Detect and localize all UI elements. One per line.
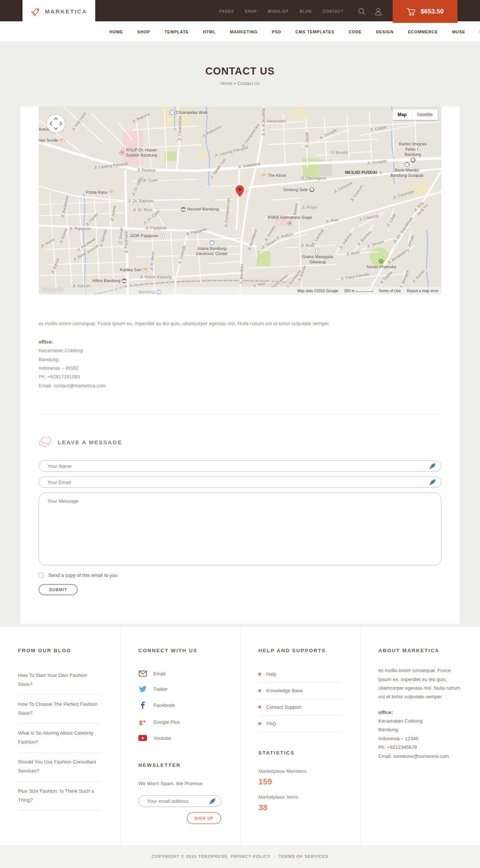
help-label: Help <box>266 671 276 677</box>
main-nav-marketing[interactable]: MARKETING <box>230 30 258 34</box>
signup-button[interactable]: SIGN UP <box>187 812 221 824</box>
pan-up-icon[interactable] <box>54 117 58 121</box>
hospital-icon: H <box>120 151 124 155</box>
about-office-block: office: Kecamatan CoblongBandung.Indones… <box>378 708 461 760</box>
name-input[interactable] <box>39 460 441 472</box>
food-icon: Ψ <box>143 268 148 273</box>
main-nav-cms-templates[interactable]: CMS TEMPLATES <box>296 30 334 34</box>
map-label: ▣Cihampelas Walk <box>170 110 208 115</box>
breadcrumb-separator: > <box>234 81 236 86</box>
newsletter-email-input[interactable] <box>138 795 221 807</box>
help-item-knowladge-base[interactable]: Knowladge Base <box>258 683 341 699</box>
blog-list-item: How To Choose The Perfect Fashion Store? <box>18 695 101 724</box>
food-icon: Ψ <box>261 173 266 178</box>
pan-left-icon[interactable] <box>50 121 54 125</box>
main-nav-ecommerce[interactable]: ECOMMERCE <box>408 30 438 34</box>
message-textarea[interactable] <box>39 493 441 565</box>
google-map[interactable]: AstonRaja SundaΨJl. Haji Yasin▣Cihampela… <box>39 106 441 294</box>
map-label: Jl. Nanas <box>411 269 426 284</box>
header-nav-pages[interactable]: PAGES <box>219 9 234 13</box>
youtube-icon <box>138 735 147 741</box>
privacy-policy-link[interactable]: PRIVACY POLICY <box>231 854 270 859</box>
map-label: Jl. Pajajaran <box>185 226 207 237</box>
map-label: ▬Novotel Bandung <box>181 207 219 212</box>
blog-list-item: Should You Use Fashion Consultant Servic… <box>18 753 101 781</box>
send-copy-checkbox[interactable] <box>39 573 44 578</box>
marketica-tag-icon <box>31 6 41 16</box>
main-nav-psd[interactable]: PSD <box>272 30 281 34</box>
terms-of-use-link[interactable]: Terms of Use <box>379 289 401 293</box>
map-label: Jl. Surapati <box>367 158 387 166</box>
map-label: Jl. Taman Sari <box>209 157 227 180</box>
map-label: Jl. Jamuju <box>405 235 415 253</box>
connect-item-youtube[interactable]: Youtube <box>138 731 221 746</box>
terms-of-services-link[interactable]: TERMS OF SERVICES <box>279 854 328 859</box>
help-item-contact-support[interactable]: Contact Support <box>258 699 341 716</box>
map-label: Jl. Sumatera <box>247 229 258 251</box>
main-nav-design[interactable]: DESIGN <box>376 30 394 34</box>
form-heading: LEAVE A MESSAGE <box>58 439 122 445</box>
dot-icon: ▪ <box>315 249 320 254</box>
submit-button[interactable]: SUBMIT <box>39 584 78 595</box>
satellite-view-button[interactable]: Satellite <box>411 109 438 120</box>
map-label: Kartika SariΨ <box>120 267 148 273</box>
search-icon[interactable] <box>358 1 366 22</box>
help-label: Knowladge Base <box>266 688 303 693</box>
blog-link[interactable]: Plus Size Fashion: Is There Such a Thing… <box>18 787 101 805</box>
map-view-button[interactable]: Map <box>393 109 411 120</box>
blog-link[interactable]: Should You Use Fashion Consultant Servic… <box>18 757 101 775</box>
main-nav-template[interactable]: TEMPLATE <box>165 30 189 34</box>
report-map-error-link[interactable]: Report a map error <box>407 289 438 293</box>
map-label: ▣Istana Bandung Electronic Center <box>196 241 228 257</box>
map-pan-control[interactable] <box>47 115 65 133</box>
logo[interactable]: MARKETICA <box>22 0 95 23</box>
map-label: Jl. Layang Pasupati <box>94 161 129 170</box>
breadcrumb-home[interactable]: Home <box>220 81 232 86</box>
blog-link[interactable]: How To Start Your Own Fashion Store? <box>18 671 101 689</box>
header-nav-blog[interactable]: BLOG <box>300 9 312 13</box>
connect-item-twitter[interactable]: Twitter <box>138 681 221 697</box>
office-line: Email. someone@someone.com <box>378 752 461 760</box>
map-label: Jl. Brig Jend Ka <box>410 197 431 219</box>
map-label: Jl. Kebon Kawung <box>140 275 172 279</box>
footer-connect-column: CONNECT WITH US EmailTwitterFacebookg+Go… <box>120 627 240 846</box>
pan-right-icon[interactable] <box>58 121 62 125</box>
main-nav-html[interactable]: HTML <box>203 30 216 34</box>
map-label: ΨThe Kiosk <box>261 173 286 178</box>
office-line: Ph. +6212345678 <box>378 743 461 751</box>
connect-item-facebook[interactable]: Facebook <box>138 697 221 714</box>
connect-label: Google Plus <box>153 719 180 725</box>
map-label: Jl. Semar <box>118 227 124 244</box>
header-nav-wishlist[interactable]: WISHLIST <box>268 9 289 13</box>
header-nav-shop[interactable]: SHOP <box>245 9 257 13</box>
map-label: Jl. Aceh <box>346 250 360 257</box>
user-icon[interactable] <box>375 1 382 22</box>
cart-button[interactable]: $653.50 <box>393 0 458 23</box>
facebook-icon <box>138 702 147 709</box>
pan-down-icon[interactable] <box>54 125 58 130</box>
newsletter-heading: NEWSLETTER <box>138 762 221 768</box>
office-line: Bandung. <box>39 355 441 364</box>
map-attribution: Map data ©2015 Google 200 m Terms of Use… <box>39 287 441 294</box>
connect-item-email[interactable]: Email <box>138 666 221 681</box>
blog-link[interactable]: How To Choose The Perfect Fashion Store? <box>18 700 101 718</box>
copyright-separator: . <box>274 854 275 859</box>
email-input[interactable] <box>39 477 441 488</box>
connect-label: Youtube <box>153 735 171 741</box>
main-nav-muse[interactable]: MUSE <box>452 30 465 34</box>
header-nav-contact[interactable]: CONTACT <box>323 9 344 13</box>
map-marker[interactable] <box>236 185 244 199</box>
map-label: Jl. Pasirkaliki <box>124 231 129 254</box>
help-item-help[interactable]: Help <box>258 666 341 683</box>
hotel-icon: ▬ <box>122 279 127 284</box>
help-item-faq[interactable]: FAQ <box>258 716 341 732</box>
connect-item-gplus[interactable]: g+Google Plus <box>138 714 221 731</box>
blog-link[interactable]: What is So Alluring About Celebrity Fash… <box>18 729 101 747</box>
map-label: RSKB Halmahera SiagaH <box>268 215 312 226</box>
blog-heading: FROM OUR BLOG <box>18 648 101 653</box>
main-nav: HOMESHOPTEMPLATEHTMLMARKETINGPSDCMS TEMP… <box>0 21 480 42</box>
office-line: Email. contact@marketica.com <box>39 381 441 390</box>
main-nav-code[interactable]: CODE <box>349 30 362 34</box>
main-nav-home[interactable]: HOME <box>110 30 123 34</box>
main-nav-shop[interactable]: SHOP <box>137 30 150 34</box>
